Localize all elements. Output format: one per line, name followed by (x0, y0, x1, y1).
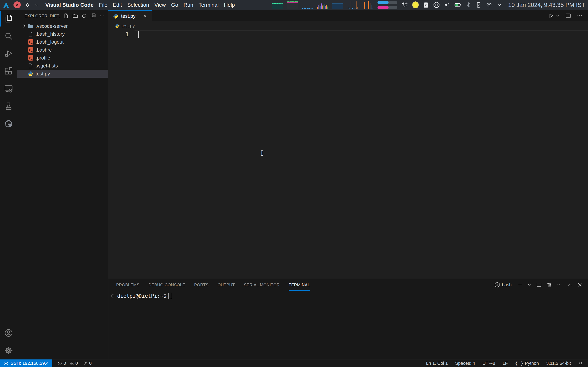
tray-chevron-down-icon[interactable] (497, 2, 502, 8)
arch-logo-icon[interactable] (3, 2, 9, 8)
tree-item-bashrc[interactable]: >_ .bashrc (17, 46, 108, 54)
tab-ports[interactable]: PORTS (194, 279, 209, 291)
tab-close-icon[interactable] (142, 13, 148, 19)
cpu-graph-widget[interactable] (272, 1, 283, 9)
menu-help[interactable]: Help (224, 2, 235, 8)
volume-icon[interactable] (444, 2, 450, 8)
memory-graph-widget[interactable] (287, 1, 298, 9)
network-graph-widget[interactable] (302, 1, 313, 9)
ports-status[interactable]: 0 (83, 361, 91, 366)
menu-go[interactable]: Go (171, 2, 178, 8)
battery-icon[interactable] (454, 1, 461, 8)
explorer-icon (4, 14, 13, 23)
python-interpreter-status[interactable]: 3.11.2 64-bit (546, 361, 571, 366)
accounts-button[interactable] (0, 324, 17, 342)
menu-run[interactable]: Run (183, 2, 193, 8)
core-load-graph-widget[interactable] (317, 1, 328, 9)
tab-debug-console[interactable]: DEBUG CONSOLE (148, 279, 185, 291)
refresh-icon[interactable] (81, 13, 87, 19)
io-graph-widget[interactable] (347, 1, 358, 9)
clock[interactable]: 10 Jan 2024, 9:43:35 PM IST (508, 2, 585, 8)
new-terminal-icon[interactable] (517, 282, 523, 288)
chevron-right-icon (22, 23, 27, 29)
editor-more-actions-icon[interactable] (577, 13, 583, 19)
panel-more-actions-icon[interactable] (557, 282, 562, 288)
remote-label: SSH: 192.168.29.4 (11, 361, 49, 366)
menubar: File Edit Selection View Go Run Terminal… (99, 2, 235, 8)
tree-item-vscode-server[interactable]: .vscode-server (17, 22, 108, 30)
tab-terminal[interactable]: TERMINAL (289, 279, 310, 291)
slider-top[interactable] (378, 1, 397, 4)
terminal-shell-chip[interactable]: bash (494, 282, 512, 288)
collapse-all-icon[interactable] (90, 13, 96, 19)
run-python-file-button[interactable] (548, 13, 560, 19)
process-graph-widget[interactable] (362, 1, 373, 9)
tab-serial-monitor[interactable]: SERIAL MONITOR (244, 279, 280, 291)
tab-test-py[interactable]: test.py (108, 10, 152, 21)
media-pause-icon[interactable] (433, 1, 440, 8)
activity-search-button[interactable] (0, 27, 17, 45)
activity-explorer-button[interactable] (0, 10, 17, 27)
terminal[interactable]: dietpi@DietPi:~$ (108, 291, 588, 359)
tree-item-wget-hsts[interactable]: .wget-hsts (17, 62, 108, 70)
close-panel-icon[interactable] (577, 282, 583, 288)
warning-count: 0 (75, 361, 78, 366)
maximize-panel-icon[interactable] (567, 282, 572, 288)
disk-graph-widget[interactable] (332, 1, 343, 9)
activity-remote-explorer-button[interactable] (0, 80, 17, 98)
split-editor-icon[interactable] (565, 13, 571, 19)
error-icon (58, 361, 62, 366)
notifications-bell-icon[interactable] (401, 1, 408, 8)
window-close-button[interactable] (13, 1, 21, 8)
clipboard-icon[interactable] (423, 2, 429, 8)
desktop: Visual Studio Code File Edit Selection V… (0, 0, 588, 367)
new-file-icon[interactable] (63, 13, 69, 19)
status-dot-icon[interactable] (412, 1, 419, 8)
problems-status[interactable]: 0 0 (58, 361, 78, 366)
language-status[interactable]: { } Python (515, 361, 539, 366)
breadcrumb[interactable]: test.py (108, 21, 588, 30)
tree-item-bash-history[interactable]: .bash_history (17, 30, 108, 38)
wifi-icon[interactable] (486, 1, 493, 8)
activity-extensions-button[interactable] (0, 62, 17, 80)
menu-edit[interactable]: Edit (113, 2, 122, 8)
window-diamond-icon[interactable] (25, 2, 30, 8)
tree-item-bash-logout[interactable]: >_ .bash_logout (17, 38, 108, 46)
bluetooth-icon[interactable] (465, 2, 471, 8)
menu-view[interactable]: View (154, 2, 166, 8)
remote-explorer-icon (4, 84, 13, 93)
shell-label: bash (502, 282, 512, 287)
terminal-dropdown-chevron-icon[interactable] (527, 283, 532, 287)
editor-pane[interactable]: 1 (108, 30, 588, 279)
menu-terminal[interactable]: Terminal (199, 2, 218, 8)
remote-status-button[interactable]: SSH: 192.168.29.4 (0, 359, 52, 367)
tab-output[interactable]: OUTPUT (218, 279, 235, 291)
activity-testing-button[interactable] (0, 98, 17, 115)
encoding-status[interactable]: UTF-8 (483, 361, 495, 366)
eol-status[interactable]: LF (502, 361, 508, 366)
settings-button[interactable] (0, 342, 17, 359)
tree-item-profile[interactable]: >_ .profile (17, 54, 108, 62)
indentation-status[interactable]: Spaces: 4 (455, 361, 475, 366)
new-folder-icon[interactable] (72, 13, 78, 19)
activity-run-debug-button[interactable] (0, 45, 17, 62)
shell-file-icon: >_ (28, 39, 33, 45)
more-actions-icon[interactable] (99, 13, 105, 19)
window-chevron-down-icon[interactable] (34, 2, 40, 8)
menu-selection[interactable]: Selection (127, 2, 149, 8)
activity-edge-tools-button[interactable] (0, 115, 17, 133)
split-terminal-icon[interactable] (536, 282, 542, 288)
menu-file[interactable]: File (99, 2, 107, 8)
cursor-position-status[interactable]: Ln 1, Col 1 (426, 361, 448, 366)
file-label: .bash_logout (35, 39, 63, 45)
tray-sliders-widget[interactable] (378, 1, 397, 9)
run-dropdown-chevron-icon[interactable] (555, 13, 560, 18)
kill-terminal-icon[interactable] (546, 282, 552, 288)
tree-item-test-py[interactable]: test.py (17, 70, 108, 78)
notifications-bell-icon[interactable] (578, 361, 583, 366)
tab-problems[interactable]: PROBLEMS (116, 279, 139, 291)
slider-bottom[interactable] (378, 6, 397, 9)
file-label: .bash_history (35, 31, 65, 37)
phone-icon[interactable] (476, 2, 482, 8)
shell-file-icon: >_ (28, 55, 33, 60)
